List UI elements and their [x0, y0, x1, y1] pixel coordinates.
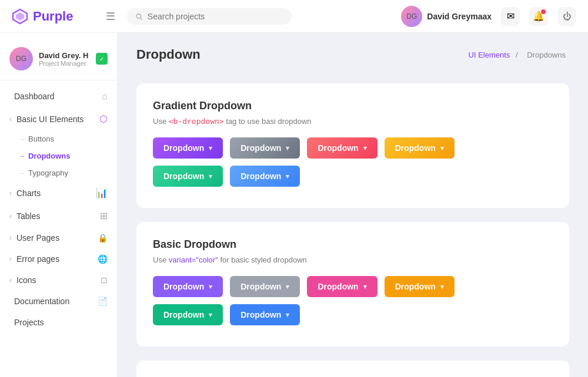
basic-pink-dropdown[interactable]: Dropdown ▾ [307, 276, 377, 297]
svg-marker-1 [16, 12, 24, 21]
chevron-down-icon: ▾ [209, 311, 212, 319]
app-logo[interactable]: Purple [12, 8, 94, 25]
power-icon: ⏻ [563, 11, 572, 21]
gradient-dropdown-card: Gradient Dropdown Use <b-dropdown> tag t… [136, 83, 569, 208]
hamburger-button[interactable]: ☰ [103, 8, 118, 25]
gradient-teal-dropdown[interactable]: Dropdown ▾ [153, 166, 223, 187]
chevron-down-icon: ▾ [440, 283, 444, 291]
sidebar-item-tables[interactable]: ‹ Tables ⊞ [0, 204, 117, 227]
sidebar-item-typography[interactable]: → Typography [0, 164, 117, 181]
sidebar-item-basic-ui[interactable]: ‹ Basic UI Elements ⬡ [0, 107, 117, 130]
basic-teal-dropdown[interactable]: Dropdown ▾ [153, 304, 223, 325]
charts-arrow: ‹ [9, 189, 12, 197]
svg-line-3 [141, 18, 142, 19]
buttons-arrow: → [19, 136, 25, 142]
sidebar-label-error-pages: Error pages [16, 254, 93, 264]
gradient-blue-dropdown[interactable]: Dropdown ▾ [230, 166, 300, 187]
basic-ui-icon: ⬡ [99, 113, 108, 124]
search-icon [135, 12, 143, 21]
charts-icon: 📊 [96, 187, 108, 198]
sidebar-label-projects: Projects [14, 318, 108, 327]
sidebar-item-projects[interactable]: Projects [0, 312, 117, 333]
sidebar-label-icons: Icons [16, 275, 96, 285]
chevron-down-icon: ▾ [440, 144, 444, 152]
gradient-purple-dropdown[interactable]: Dropdown ▾ [153, 137, 223, 159]
page-title: Dropdown [136, 47, 201, 62]
chevron-down-icon: ▾ [286, 283, 289, 291]
gradient-buttons-row2: Dropdown ▾ Dropdown ▾ [153, 166, 553, 187]
icons-arrow: ‹ [9, 276, 12, 284]
basic-desc-suffix: for basic styled dropdown [218, 255, 307, 264]
error-pages-arrow: ‹ [9, 255, 12, 263]
basic-section-desc: Use variant="color" for basic styled dro… [153, 255, 553, 264]
notification-badge [541, 9, 546, 14]
gradient-yellow-dropdown[interactable]: Dropdown ▾ [385, 137, 455, 159]
breadcrumb-current: Dropdowns [527, 51, 566, 59]
chevron-down-icon: ▾ [363, 144, 367, 152]
typography-arrow: → [19, 170, 25, 176]
sidebar-user-badge: ✓ [96, 53, 108, 65]
gradient-gray-dropdown[interactable]: Dropdown ▾ [230, 137, 300, 159]
user-pages-arrow: ‹ [9, 234, 12, 242]
topnav-right: DG David Greymaax ✉ 🔔 ⏻ [401, 6, 576, 27]
sidebar-label-buttons: Buttons [28, 134, 54, 143]
user-avatar: DG [401, 6, 422, 27]
sidebar-avatar: DG [9, 47, 33, 70]
sidebar-label-basic-ui: Basic UI Elements [16, 115, 95, 124]
globe-icon: 🌐 [98, 254, 108, 264]
page-header: Dropdown UI Elements / Dropdowns [118, 33, 588, 72]
power-button[interactable]: ⏻ [557, 7, 576, 26]
sidebar-label-user-pages: User Pages [16, 233, 93, 243]
notifications-button[interactable]: 🔔 [529, 7, 548, 26]
main-content-area: Dropdown UI Elements / Dropdowns Gradien… [118, 33, 588, 377]
username: David Greymaax [427, 12, 492, 21]
chevron-down-icon: ▾ [363, 283, 367, 291]
sidebar-item-dropdowns[interactable]: → Dropdowns [0, 147, 117, 164]
gradient-desc-prefix: Use [153, 117, 169, 126]
basic-blue-dropdown[interactable]: Dropdown ▾ [230, 304, 300, 325]
sidebar-user-role: Project Manager [39, 60, 88, 67]
sidebar-user-name: David Grey. H [39, 51, 88, 60]
chevron-down-icon: ▾ [286, 311, 289, 319]
chevron-down-icon: ▾ [209, 173, 212, 180]
app-name: Purple [33, 9, 73, 24]
icons-icon: ⊡ [101, 275, 108, 285]
outline-dropdown-card: Dropdown Outline Use variant="outline-*"… [136, 361, 569, 377]
basic-desc-attr: variant="color" [169, 255, 218, 264]
chevron-down-icon: ▾ [286, 173, 289, 180]
logo-icon [12, 8, 28, 25]
sidebar-item-buttons[interactable]: → Buttons [0, 130, 117, 147]
lock-icon: 🔒 [98, 233, 108, 243]
sidebar-user-info: DG David Grey. H Project Manager ✓ [0, 42, 117, 80]
chevron-down-icon: ▾ [286, 144, 289, 152]
basic-gray-dropdown[interactable]: Dropdown ▾ [230, 276, 300, 297]
sidebar-item-user-pages[interactable]: ‹ User Pages 🔒 [0, 227, 117, 248]
user-menu[interactable]: DG David Greymaax [401, 6, 492, 27]
gradient-section-title: Gradient Dropdown [153, 100, 553, 112]
sidebar-item-error-pages[interactable]: ‹ Error pages 🌐 [0, 248, 117, 270]
gradient-pink-dropdown[interactable]: Dropdown ▾ [307, 137, 377, 159]
basic-purple-dropdown[interactable]: Dropdown ▾ [153, 276, 223, 297]
sidebar-label-dashboard: Dashboard [14, 92, 97, 101]
sidebar-label-typography: Typography [28, 169, 68, 177]
basic-desc-prefix: Use [153, 255, 169, 264]
chevron-down-icon: ▾ [209, 144, 212, 152]
basic-dropdown-card: Basic Dropdown Use variant="color" for b… [136, 222, 569, 346]
sidebar-item-dashboard[interactable]: Dashboard ⌂ [0, 85, 117, 107]
breadcrumb-parent[interactable]: UI Elements [469, 51, 510, 59]
basic-yellow-dropdown[interactable]: Dropdown ▾ [385, 276, 455, 297]
dropdowns-arrow: → [19, 153, 25, 159]
home-icon: ⌂ [102, 91, 108, 102]
sidebar-item-charts[interactable]: ‹ Charts 📊 [0, 181, 117, 204]
chevron-down-icon: ▾ [209, 283, 212, 291]
gradient-desc-tag: <b-dropdown> [169, 117, 224, 126]
main-content: Gradient Dropdown Use <b-dropdown> tag t… [118, 72, 588, 377]
breadcrumb-separator: / [516, 51, 518, 59]
sidebar-item-documentation[interactable]: Documentation 📄 [0, 291, 117, 312]
sidebar-item-icons[interactable]: ‹ Icons ⊡ [0, 270, 117, 291]
search-bar [127, 8, 292, 25]
mail-icon-button[interactable]: ✉ [501, 7, 520, 26]
main-layout: DG David Grey. H Project Manager ✓ Dashb… [0, 33, 588, 377]
tables-icon: ⊞ [100, 210, 108, 221]
search-input[interactable] [148, 12, 283, 21]
